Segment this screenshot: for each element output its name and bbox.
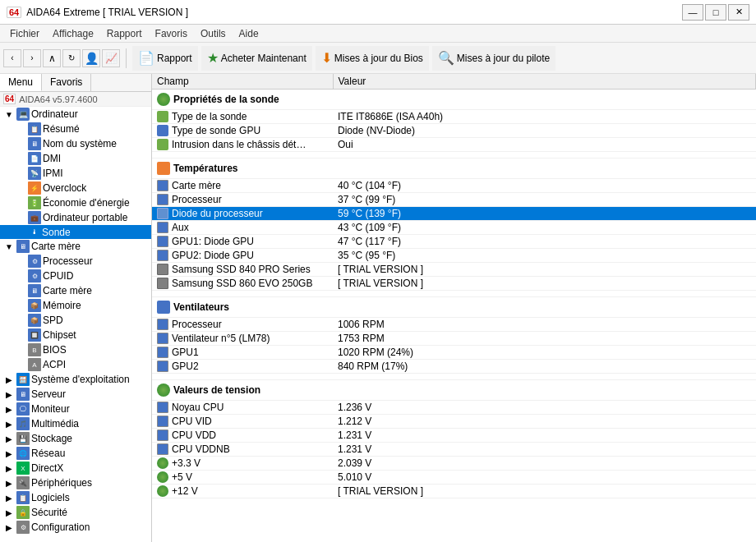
diode-proc-valeur: 59 °C (139 °F) xyxy=(333,207,756,221)
chart-button[interactable]: 📈 xyxy=(102,49,120,67)
table-row[interactable]: Type de sonde GPU Diode (NV-Diode) xyxy=(152,124,756,138)
table-row[interactable]: CPU VDD 1.231 V xyxy=(152,429,756,443)
tab-menu[interactable]: Menu xyxy=(0,74,42,91)
proc-fan-champ: Processeur xyxy=(172,319,222,330)
menu-affichage[interactable]: Affichage xyxy=(46,26,100,41)
table-row[interactable]: +12 V [ TRIAL VERSION ] xyxy=(152,485,756,498)
sidebar-item-bios[interactable]: B BIOS xyxy=(0,342,151,357)
rapport-button[interactable]: 📄 Rapport xyxy=(132,46,198,71)
sidebar-item-configuration[interactable]: ▶ ⚙ Configuration xyxy=(0,520,151,535)
table-row-selected[interactable]: Diode du processeur 59 °C (139 °F) xyxy=(152,207,756,221)
label-cpuid: CPUID xyxy=(43,270,73,282)
sidebar-item-carte-mere[interactable]: 🖥 Carte mère xyxy=(0,283,151,298)
sidebar-item-nom[interactable]: 🖥 Nom du système xyxy=(0,136,151,151)
sidebar-item-processeur[interactable]: ⚙ Processeur xyxy=(0,254,151,269)
table-row[interactable]: GPU1: Diode GPU 47 °C (117 °F) xyxy=(152,235,756,249)
table-row[interactable]: CPU VDDNB 1.231 V xyxy=(152,443,756,457)
table-row[interactable]: Noyau CPU 1.236 V xyxy=(152,401,756,415)
maximize-button[interactable]: □ xyxy=(705,4,726,21)
refresh-button[interactable]: ↻ xyxy=(62,49,81,67)
temperatures-header-text: Températures xyxy=(173,163,237,174)
menu-favoris[interactable]: Favoris xyxy=(149,26,194,41)
sidebar-item-reseau[interactable]: ▶ 🌐 Réseau xyxy=(0,446,151,461)
sidebar-item-sonde[interactable]: 🌡 Sonde xyxy=(0,225,151,239)
spacer-row xyxy=(152,152,756,158)
sidebar-item-moniteur[interactable]: ▶ 🖵 Moniteur xyxy=(0,402,151,416)
sidebar-item-logiciels[interactable]: ▶ 📋 Logiciels xyxy=(0,490,151,505)
label-carte-mere-group: Carte mère xyxy=(31,241,81,252)
table-row[interactable]: Ventilateur n°5 (LM78) 1753 RPM xyxy=(152,332,756,346)
table-row[interactable]: Carte mère 40 °C (104 °F) xyxy=(152,179,756,193)
gpu1-fan-champ: GPU1 xyxy=(172,347,199,358)
sidebar-item-portable[interactable]: 💼 Ordinateur portable xyxy=(0,210,151,225)
main-layout: Menu Favoris 64 AIDA64 v5.97.4600 ▼ 💻 Or… xyxy=(0,74,756,542)
label-systeme: Système d'exploitation xyxy=(31,374,130,385)
sidebar-item-stockage[interactable]: ▶ 💾 Stockage xyxy=(0,431,151,446)
configuration-icon: ⚙ xyxy=(16,521,30,534)
label-configuration: Configuration xyxy=(31,521,90,533)
menu-aide[interactable]: Aide xyxy=(233,26,265,41)
sidebar-item-chipset[interactable]: 🔲 Chipset xyxy=(0,328,151,342)
acheter-button[interactable]: ★ Acheter Maintenant xyxy=(201,46,312,71)
minimize-button[interactable]: — xyxy=(682,4,703,21)
menu-fichier[interactable]: Fichier xyxy=(3,26,46,41)
sidebar-item-peripheriques[interactable]: ▶ 🔌 Périphériques xyxy=(0,475,151,490)
sidebar-item-spd[interactable]: 📦 SPD xyxy=(0,313,151,328)
sidebar-item-serveur[interactable]: ▶ 🖥 Serveur xyxy=(0,387,151,402)
sidebar-item-ipmi[interactable]: 📡 IPMI xyxy=(0,166,151,181)
vent5-valeur: 1753 RPM xyxy=(333,332,756,346)
sidebar-item-overclock[interactable]: ⚡ Overclock xyxy=(0,181,151,195)
label-carte-mere: Carte mère xyxy=(43,285,92,296)
sidebar-item-resume[interactable]: 📋 Résumé xyxy=(0,122,151,136)
pilote-icon: 🔍 xyxy=(438,50,454,66)
label-ordinateur: Ordinateur xyxy=(31,108,78,120)
table-row[interactable]: CPU VID 1.212 V xyxy=(152,415,756,429)
menu-outils[interactable]: Outils xyxy=(194,26,233,41)
sidebar-item-acpi[interactable]: A ACPI xyxy=(0,357,151,372)
back-button[interactable]: ‹ xyxy=(3,49,21,67)
sidebar-item-systeme[interactable]: ▶ 🪟 Système d'exploitation xyxy=(0,372,151,387)
intrusion-icon xyxy=(157,139,168,150)
sidebar-item-securite[interactable]: ▶ 🔒 Sécurité xyxy=(0,505,151,520)
table-row[interactable]: GPU2 840 RPM (17%) xyxy=(152,360,756,374)
rapport-label: Rapport xyxy=(157,53,192,64)
sidebar-item-economie[interactable]: 🔋 Économie d'énergie xyxy=(0,195,151,210)
sidebar-item-carte-mere-group[interactable]: ▼ 🖥 Carte mère xyxy=(0,239,151,254)
up-button[interactable]: ∧ xyxy=(43,49,61,67)
table-row[interactable]: Samsung SSD 860 EVO 250GB [ TRIAL VERSIO… xyxy=(152,277,756,291)
sidebar-item-directx[interactable]: ▶ X DirectX xyxy=(0,461,151,475)
spacer-row3 xyxy=(152,374,756,380)
gpu1-diode-champ: GPU1: Diode GPU xyxy=(172,236,254,247)
rapport-icon: 📄 xyxy=(138,50,154,66)
table-row[interactable]: GPU2: Diode GPU 35 °C (95 °F) xyxy=(152,249,756,263)
user-button[interactable]: 👤 xyxy=(82,49,100,67)
table-row[interactable]: Type de la sonde ITE IT8686E (ISA A40h) xyxy=(152,110,756,124)
table-row[interactable]: Samsung SSD 840 PRO Series [ TRIAL VERSI… xyxy=(152,263,756,277)
sidebar-item-ordinateur[interactable]: ▼ 💻 Ordinateur xyxy=(0,107,151,122)
label-ipmi: IPMI xyxy=(43,168,63,179)
aux-icon xyxy=(157,222,168,233)
table-row[interactable]: Intrusion dans le châssis dét… Oui xyxy=(152,138,756,152)
forward-button[interactable]: › xyxy=(23,49,41,67)
table-row[interactable]: GPU1 1020 RPM (24%) xyxy=(152,346,756,360)
moniteur-icon: 🖵 xyxy=(16,402,30,416)
table-row[interactable]: +5 V 5.010 V xyxy=(152,471,756,485)
carte-mere-temp-champ: Carte mère xyxy=(172,180,221,191)
sidebar-item-multimedia[interactable]: ▶ 🎵 Multimédia xyxy=(0,416,151,431)
sidebar-item-memoire[interactable]: 📦 Mémoire xyxy=(0,298,151,313)
menu-rapport[interactable]: Rapport xyxy=(100,26,149,41)
sidebar-item-cpuid[interactable]: ⚙ CPUID xyxy=(0,269,151,283)
bios-icon: ⬇ xyxy=(321,50,332,66)
table-row[interactable]: +3.3 V 2.039 V xyxy=(152,457,756,471)
sidebar-item-dmi[interactable]: 📄 DMI xyxy=(0,151,151,166)
acheter-label: Acheter Maintenant xyxy=(221,53,307,64)
table-row[interactable]: Processeur 37 °C (99 °F) xyxy=(152,193,756,207)
close-button[interactable]: ✕ xyxy=(728,4,749,21)
pilote-button[interactable]: 🔍 Mises à jour du pilote xyxy=(432,46,555,71)
carte-mere-temp-icon xyxy=(157,180,168,191)
label-directx: DirectX xyxy=(31,462,63,474)
tab-favoris[interactable]: Favoris xyxy=(42,74,91,91)
bios-button[interactable]: ⬇ Mises à jour du Bios xyxy=(316,46,429,71)
table-row[interactable]: Processeur 1006 RPM xyxy=(152,318,756,332)
table-row[interactable]: Aux 43 °C (109 °F) xyxy=(152,221,756,235)
